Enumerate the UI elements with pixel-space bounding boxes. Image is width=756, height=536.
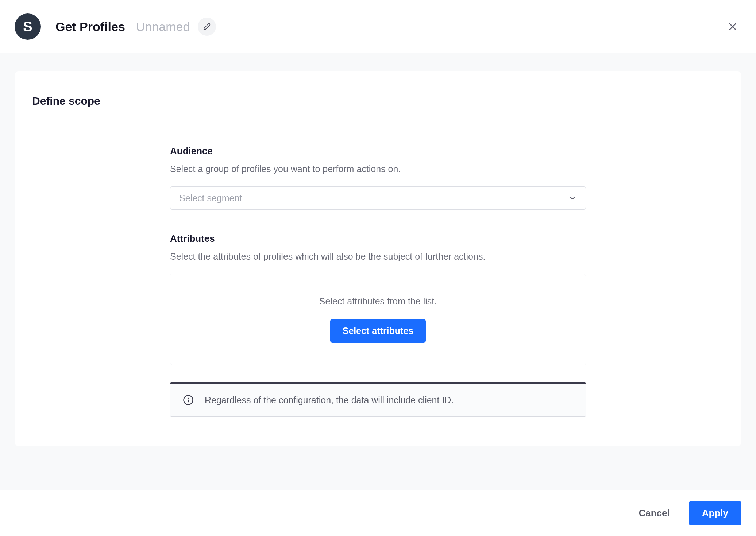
workspace-letter: S (23, 19, 32, 35)
audience-description: Select a group of profiles you want to p… (170, 163, 586, 175)
attributes-empty-box: Select attributes from the list. Select … (170, 274, 586, 365)
info-text: Regardless of the configuration, the dat… (205, 395, 454, 405)
close-button[interactable] (727, 21, 738, 32)
card-title: Define scope (32, 95, 724, 122)
cancel-button[interactable]: Cancel (630, 502, 679, 524)
close-icon (727, 21, 738, 32)
attributes-description: Select the attributes of profiles which … (170, 250, 586, 263)
body-area: Define scope Audience Select a group of … (0, 53, 756, 490)
edit-name-button[interactable] (198, 18, 216, 36)
segment-select-placeholder: Select segment (179, 193, 242, 203)
scope-card: Define scope Audience Select a group of … (15, 71, 741, 446)
pencil-icon (203, 23, 211, 30)
attributes-label: Attributes (170, 233, 586, 244)
chevron-down-icon (568, 194, 577, 202)
header-bar: S Get Profiles Unnamed (0, 0, 756, 53)
workspace-avatar[interactable]: S (15, 13, 41, 40)
info-banner: Regardless of the configuration, the dat… (170, 382, 586, 417)
apply-button[interactable]: Apply (689, 501, 741, 525)
node-name: Unnamed (136, 20, 190, 34)
info-icon (183, 395, 194, 405)
select-attributes-button[interactable]: Select attributes (330, 319, 426, 343)
segment-select[interactable]: Select segment (170, 186, 586, 210)
attributes-empty-text: Select attributes from the list. (319, 296, 437, 307)
page-title: Get Profiles (55, 20, 125, 34)
footer-bar: Cancel Apply (0, 490, 756, 536)
audience-label: Audience (170, 145, 586, 157)
form-area: Audience Select a group of profiles you … (170, 145, 586, 417)
